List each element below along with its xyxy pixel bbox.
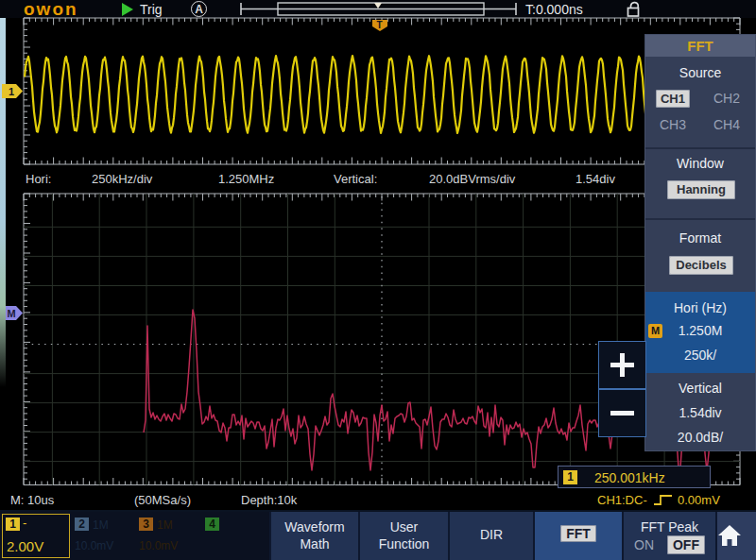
zoom-out-button[interactable] (598, 389, 646, 437)
sample-rate-readout: (50MSa/s) (134, 493, 191, 507)
fft-menu-title: FFT (645, 35, 755, 57)
dir-button[interactable]: DIR (448, 512, 533, 560)
hori-hz-scale: 250k/ (645, 348, 755, 363)
channel3-scale: 10.0mV (139, 539, 178, 552)
timebase-readout: M: 10us (10, 493, 54, 507)
memory-depth-readout: Depth:10k (241, 493, 297, 507)
channel1-coupling: - (23, 516, 26, 530)
user-function-line2: Function (360, 535, 448, 552)
hori-scale: 250kHz/div (92, 172, 152, 186)
trigger-marker-label: T (377, 20, 383, 30)
fft-peak-on-option[interactable]: ON (634, 537, 654, 552)
waveform-math-line1: Waveform (271, 518, 358, 535)
fft-panel-left-ruler (24, 194, 30, 485)
channel1-badge: 1 (6, 518, 20, 531)
time-panel-left-ruler (24, 18, 30, 164)
format-value[interactable]: Decibels (669, 256, 733, 275)
oscilloscope-screen: owon Trig A T:0.000ns 1TM Hori: 250kHz/d… (0, 0, 756, 560)
channel3-coupling: 1M (157, 518, 173, 532)
menu-divider (645, 147, 755, 149)
user-function-line1: User (360, 518, 448, 535)
center-frequency: 1.250MHz (218, 172, 274, 186)
hori-label: Hori: (26, 172, 51, 186)
marker-frequency-value: 250.001kHz (594, 470, 665, 485)
track-position: 1.54div (576, 172, 615, 186)
minus-icon (599, 390, 645, 436)
channel2-badge[interactable]: 2 (75, 518, 89, 531)
hori-hz-section[interactable]: Hori (Hz) M 1.250M 250k/ (645, 292, 755, 373)
marker-frequency-readout: 1 250.001kHz (558, 466, 711, 488)
time-panel-bottom-ruler (24, 158, 740, 165)
plus-icon (599, 342, 645, 388)
vertical-scale-value: 20.0dB/ (645, 430, 755, 445)
home-button[interactable] (715, 512, 756, 560)
channel3-badge[interactable]: 3 (139, 518, 153, 531)
zoom-in-button[interactable] (598, 341, 646, 389)
fft-peak-label: FFT Peak (624, 518, 715, 535)
vertical-label: Vertical: (334, 172, 377, 186)
source-option-ch2[interactable]: CH2 (710, 91, 744, 106)
menu-divider (645, 218, 755, 220)
vertical-value: 1.54div (645, 405, 755, 420)
vertical-scale: 20.0dBVrms/div (429, 172, 515, 186)
channel1-status-cell[interactable]: 1 - 2.00V (2, 514, 70, 558)
channel2-coupling: 1M (93, 518, 109, 532)
source-option-ch3[interactable]: CH3 (656, 117, 690, 132)
window-label: Window (645, 156, 755, 171)
fft-peak-button[interactable]: FFT Peak ON OFF (622, 512, 715, 560)
hori-hz-label: Hori (Hz) (645, 300, 755, 315)
trigger-level-readout: 0.00mV (678, 493, 720, 507)
fft-m-marker-label: M (8, 308, 16, 319)
bottom-menu-bar: 1 - 2.00V 2 1M 10.0mV 3 1M 10.0mV 4 Wave… (0, 510, 756, 560)
fft-grid (24, 194, 740, 485)
fft-peak-off-option[interactable]: OFF (667, 535, 705, 554)
ch1-sine-trace (25, 56, 739, 133)
channel2-scale: 10.0mV (75, 539, 113, 552)
channel-status-area: 1 - 2.00V 2 1M 10.0mV 3 1M 10.0mV 4 (0, 512, 269, 560)
waveform-math-button[interactable]: Waveform Math (269, 512, 358, 560)
trigger-source-readout: CH1:DC- (597, 493, 647, 507)
fft-menu-panel: FFT Source CH1 CH2 CH3 CH4 Window Hannin… (644, 34, 756, 451)
hori-hz-value: 1.250M (645, 323, 755, 338)
fft-button-active[interactable]: FFT (533, 512, 622, 560)
dir-label: DIR (450, 512, 533, 558)
fft-selected-label: FFT (560, 525, 596, 542)
waveform-math-line2: Math (271, 535, 358, 552)
vertical-section-label: Vertical (645, 381, 755, 396)
window-value[interactable]: Hanning (667, 180, 735, 199)
channel1-marker-label: 1 (9, 86, 14, 97)
source-option-ch1[interactable]: CH1 (656, 90, 690, 108)
marker-1-badge: 1 (563, 470, 577, 484)
rising-edge-icon (653, 494, 674, 506)
channel1-scale: 2.00V (7, 538, 43, 554)
source-option-ch4[interactable]: CH4 (710, 117, 744, 132)
format-label: Format (645, 230, 755, 246)
channel4-badge[interactable]: 4 (205, 518, 219, 531)
home-icon (717, 524, 742, 547)
source-label: Source (645, 65, 755, 80)
user-function-button[interactable]: User Function (358, 512, 448, 560)
